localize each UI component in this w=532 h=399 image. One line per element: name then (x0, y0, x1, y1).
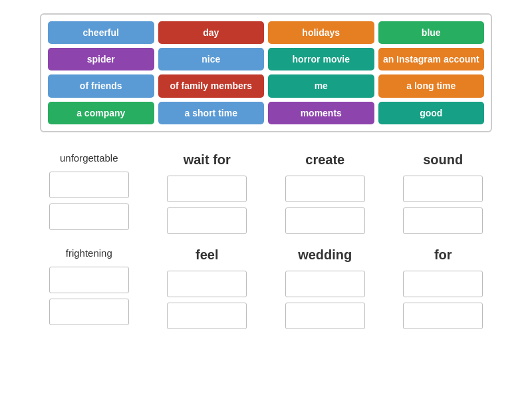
column-6: wedding (276, 247, 374, 329)
column-2: create (276, 152, 374, 234)
word-tile-4[interactable]: spider (48, 48, 154, 70)
drop-box-4-0[interactable] (49, 267, 129, 293)
drop-box-7-0[interactable] (403, 271, 483, 297)
drop-box-0-0[interactable] (49, 172, 129, 198)
word-tile-9[interactable]: of family members (158, 74, 265, 97)
column-label-2: create (305, 152, 344, 168)
word-tile-8[interactable]: of friends (48, 74, 154, 97)
word-tile-13[interactable]: a short time (158, 102, 265, 124)
word-tile-12[interactable]: a company (48, 102, 154, 124)
word-tile-10[interactable]: me (268, 74, 374, 97)
word-tile-2[interactable]: holidays (268, 21, 374, 44)
word-tile-15[interactable]: good (378, 102, 485, 124)
column-4: frightening (40, 247, 138, 329)
column-label-0: unforgettable (60, 152, 118, 164)
drop-box-2-1[interactable] (285, 207, 365, 234)
column-label-6: wedding (298, 247, 352, 263)
column-label-1: wait for (184, 152, 231, 168)
column-label-4: frightening (66, 247, 112, 259)
column-5: feel (158, 247, 257, 329)
word-tile-5[interactable]: nice (158, 48, 265, 70)
column-3: sound (394, 152, 493, 234)
word-tile-7[interactable]: an Instagram account (378, 48, 485, 70)
main-container: cheerfuldayholidaysbluespidernicehorror … (0, 0, 532, 342)
word-tile-3[interactable]: blue (378, 21, 485, 44)
drop-box-0-1[interactable] (49, 203, 129, 230)
drop-box-3-0[interactable] (403, 176, 483, 202)
drop-box-1-0[interactable] (167, 176, 247, 202)
drop-box-5-0[interactable] (167, 271, 247, 297)
word-tile-6[interactable]: horror movie (268, 48, 374, 70)
word-tile-0[interactable]: cheerful (48, 21, 154, 44)
drop-area: unforgettablewait forcreatesoundfrighten… (40, 152, 492, 329)
column-1: wait for (158, 152, 257, 234)
column-label-3: sound (423, 152, 463, 168)
column-7: for (394, 247, 493, 329)
word-tile-14[interactable]: moments (268, 102, 374, 124)
column-0: unforgettable (40, 152, 138, 234)
drop-box-6-0[interactable] (285, 271, 365, 297)
column-label-7: for (434, 247, 452, 263)
drop-box-5-1[interactable] (167, 303, 247, 329)
drop-box-6-1[interactable] (285, 303, 365, 329)
drop-box-7-1[interactable] (403, 303, 483, 329)
column-label-5: feel (196, 247, 218, 263)
drop-box-4-1[interactable] (49, 299, 129, 325)
drop-box-3-1[interactable] (403, 207, 483, 234)
word-tile-1[interactable]: day (158, 21, 265, 44)
drop-box-1-1[interactable] (167, 207, 247, 234)
word-bank: cheerfuldayholidaysbluespidernicehorror … (40, 13, 492, 132)
word-tile-11[interactable]: a long time (378, 74, 485, 97)
drop-box-2-0[interactable] (285, 176, 365, 202)
